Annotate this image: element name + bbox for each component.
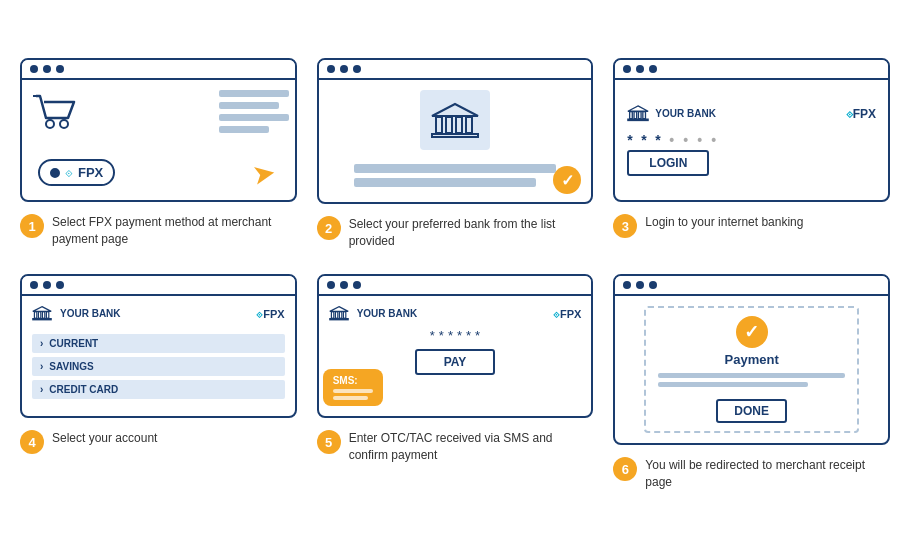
svg-rect-16: [34, 312, 36, 318]
account-credit[interactable]: › CREDIT CARD: [32, 380, 285, 399]
svg-rect-5: [446, 117, 452, 133]
account-current[interactable]: › CURRENT: [32, 334, 285, 353]
fpx-logo-3: ⟐FPX: [846, 104, 876, 122]
browser-window-6: ✓ Payment DONE: [613, 274, 890, 445]
fpx-diamond-icon: ⟐: [65, 165, 73, 180]
content-lines-1: [219, 90, 289, 133]
svg-rect-11: [634, 112, 637, 119]
fpx-label-1: FPX: [78, 165, 103, 180]
receipt-box: ✓ Payment DONE: [644, 306, 859, 433]
step-number-3: 3: [613, 214, 637, 238]
step-desc-4: Select your account: [52, 430, 157, 447]
svg-rect-19: [46, 312, 48, 318]
step5-content: YOUR BANK ⟐FPX * * * * * * PAY: [319, 296, 592, 416]
steps-grid: ⟐ FPX ➤ 1 Select FPX payment method at m…: [20, 58, 890, 490]
pay-button[interactable]: PAY: [415, 349, 495, 375]
svg-rect-14: [628, 120, 648, 121]
step-label-4: 4 Select your account: [20, 430, 157, 454]
dot-4: [327, 65, 335, 73]
chevron-current-icon: ›: [40, 338, 43, 349]
svg-marker-9: [628, 106, 648, 111]
dot-12: [56, 281, 64, 289]
step-number-4: 4: [20, 430, 44, 454]
chevron-savings-icon: ›: [40, 361, 43, 372]
step-6: ✓ Payment DONE 6 You will be redirected …: [613, 274, 890, 491]
dot-15: [353, 281, 361, 289]
step6-content: ✓ Payment DONE: [615, 296, 888, 443]
svg-rect-17: [38, 312, 40, 318]
check-circle-6: ✓: [736, 316, 768, 348]
bank-bg: [420, 90, 490, 150]
line-4: [219, 126, 269, 133]
step-desc-1: Select FPX payment method at merchant pa…: [52, 214, 297, 248]
done-button[interactable]: DONE: [716, 399, 787, 423]
your-bank-label-3: YOUR BANK: [655, 108, 716, 119]
step3-content: YOUR BANK ⟐FPX * * * • • • • LOGIN: [615, 80, 888, 200]
dot-3: [56, 65, 64, 73]
your-bank-label-4: YOUR BANK: [60, 308, 121, 319]
svg-point-1: [60, 120, 68, 128]
svg-marker-15: [33, 307, 51, 312]
fpx-logo-5: ⟐FPX: [553, 304, 581, 322]
step-label-6: 6 You will be redirected to merchant rec…: [613, 457, 890, 491]
step-label-3: 3 Login to your internet banking: [613, 214, 803, 238]
svg-point-0: [46, 120, 54, 128]
svg-rect-6: [456, 117, 462, 133]
step4-content: YOUR BANK ⟐FPX › CURRENT › SAVINGS: [22, 296, 295, 416]
account-list: › CURRENT › SAVINGS › CREDIT CARD: [32, 334, 285, 403]
step-label-1: 1 Select FPX payment method at merchant …: [20, 214, 297, 248]
step-label-2: 2 Select your preferred bank from the li…: [317, 216, 594, 250]
dot-2: [43, 65, 51, 73]
sms-line-1: [333, 389, 373, 393]
pay-section: * * * * * * PAY: [329, 328, 582, 375]
browser-window-5: YOUR BANK ⟐FPX * * * * * * PAY: [317, 274, 594, 418]
browser-window-2: ✓: [317, 58, 594, 204]
line-3: [219, 114, 289, 121]
account-credit-label: CREDIT CARD: [49, 384, 118, 395]
browser-bar-2: [319, 60, 592, 80]
bank-line-1: [354, 164, 556, 173]
dot-11: [43, 281, 51, 289]
dot-13: [327, 281, 335, 289]
dot-10: [30, 281, 38, 289]
step-label-5: 5 Enter OTC/TAC received via SMS and con…: [317, 430, 594, 464]
step-desc-2: Select your preferred bank from the list…: [349, 216, 594, 250]
browser-bar-4: [22, 276, 295, 296]
svg-rect-22: [331, 312, 333, 318]
account-current-label: CURRENT: [49, 338, 98, 349]
sms-bubble: SMS:: [323, 369, 383, 406]
step-desc-6: You will be redirected to merchant recei…: [645, 457, 890, 491]
svg-rect-10: [630, 112, 633, 119]
browser-window-3: YOUR BANK ⟐FPX * * * • • • • LOGIN: [613, 58, 890, 202]
check-circle-2: ✓: [553, 166, 581, 194]
dot-8: [636, 65, 644, 73]
login-button[interactable]: LOGIN: [627, 150, 709, 176]
step1-content: ⟐ FPX ➤: [22, 80, 295, 200]
account-savings[interactable]: › SAVINGS: [32, 357, 285, 376]
dot-18: [649, 281, 657, 289]
browser-window-1: ⟐ FPX ➤: [20, 58, 297, 202]
star-row: * * * * * *: [430, 328, 480, 343]
svg-rect-4: [436, 117, 442, 133]
dot-16: [623, 281, 631, 289]
payment-title: Payment: [725, 352, 779, 367]
svg-rect-18: [42, 312, 44, 318]
chevron-credit-icon: ›: [40, 384, 43, 395]
dot-9: [649, 65, 657, 73]
cursor-arrow-icon: ➤: [249, 156, 277, 192]
line-1: [219, 90, 289, 97]
svg-marker-21: [329, 307, 347, 312]
dot-7: [623, 65, 631, 73]
line-2: [219, 102, 279, 109]
cart-icon: [28, 88, 83, 142]
step-2: ✓ 2 Select your preferred bank from the …: [317, 58, 594, 250]
svg-rect-12: [639, 112, 642, 119]
fpx-logo-4: ⟐FPX: [256, 304, 284, 322]
browser-bar-1: [22, 60, 295, 80]
step-number-2: 2: [317, 216, 341, 240]
step-4: YOUR BANK ⟐FPX › CURRENT › SAVINGS: [20, 274, 297, 491]
browser-bar-6: [615, 276, 888, 296]
fpx-badge: ⟐ FPX: [38, 159, 115, 186]
radio-dot: [50, 168, 60, 178]
receipt-lines: [658, 373, 845, 391]
